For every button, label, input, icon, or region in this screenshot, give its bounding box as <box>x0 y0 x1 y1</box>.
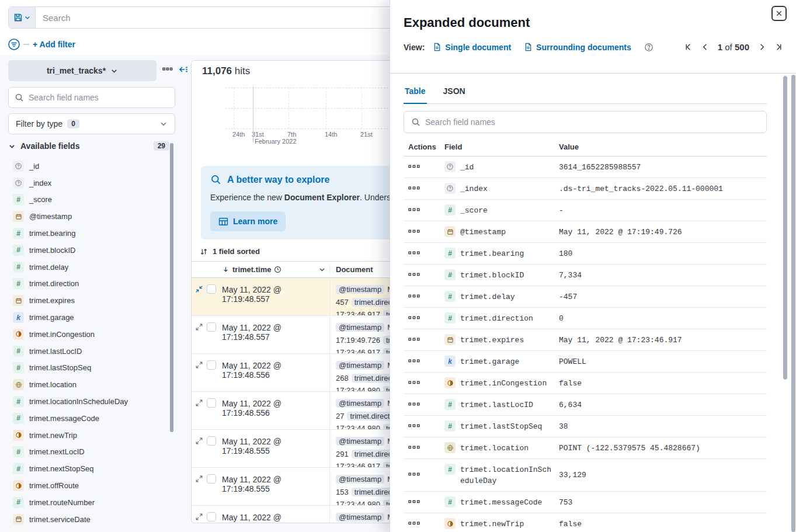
flyout-table-scrollbar[interactable] <box>783 76 787 380</box>
learn-more-button[interactable]: Learn more <box>210 211 286 231</box>
sidebar-field-trimet.bearing[interactable]: #trimet.bearing <box>8 225 169 242</box>
chevron-down-icon[interactable] <box>318 266 326 273</box>
minimize-document-icon[interactable] <box>195 285 203 315</box>
expand-document-icon[interactable] <box>195 361 203 391</box>
document-field-row: @timestampMay 11, 2022 @ 17:19:49.726 <box>404 221 767 243</box>
field-actions-icon[interactable] <box>408 520 420 527</box>
sidebar-field-trimet.direction[interactable]: #trimet.direction <box>8 276 169 293</box>
sidebar-field-trimet.serviceDate[interactable]: trimet.serviceDate <box>8 511 169 528</box>
field-actions-icon[interactable] <box>408 293 420 300</box>
sidebar-field-trimet.blockID[interactable]: #trimet.blockID <box>8 242 169 259</box>
flyout-scrollbar[interactable] <box>791 75 795 532</box>
filter-by-type-dropdown[interactable]: Filter by type 0 <box>8 113 175 134</box>
tab-json[interactable]: JSON <box>442 81 467 103</box>
expand-document-icon[interactable] <box>195 399 203 429</box>
sidebar-field-trimet.lastStopSeq[interactable]: #trimet.lastStopSeq <box>8 360 169 377</box>
field-value-text: 17:19:49.726 <box>336 336 380 345</box>
add-filter-button[interactable]: + Add filter <box>33 40 75 49</box>
callout-body-prefix: Experience the new <box>210 193 284 202</box>
sidebar-scrollbar[interactable] <box>170 143 173 432</box>
field-value-text: 17:23:44.980 <box>336 424 380 429</box>
sidebar-field-trimet.messageCode[interactable]: #trimet.messageCode <box>8 410 169 427</box>
clock-icon <box>274 266 281 273</box>
row-checkbox[interactable] <box>207 322 216 332</box>
sidebar-field-_id[interactable]: _id <box>8 158 169 175</box>
sidebar-field-trimet.expires[interactable]: trimet.expires <box>8 292 169 309</box>
field-actions-icon[interactable] <box>408 498 420 505</box>
field-name-label: _id <box>29 162 39 171</box>
field-actions-icon[interactable] <box>408 249 420 256</box>
fields-sidebar: tri_met_tracks* <box>0 55 183 532</box>
field-actions-icon[interactable] <box>408 314 420 321</box>
field-name: trimet.inCongestion <box>460 377 547 389</box>
field-actions-icon[interactable] <box>408 336 420 343</box>
question-field-type-icon <box>13 178 24 189</box>
next-page-icon[interactable] <box>757 43 766 51</box>
date-field-type-icon <box>444 334 456 345</box>
document-field-row: #trimet.locationInScheduleDay33,129 <box>404 459 767 492</box>
row-checkbox[interactable] <box>207 284 216 294</box>
field-actions-icon[interactable] <box>408 206 420 213</box>
row-checkbox[interactable] <box>207 436 216 446</box>
filter-options-icon[interactable] <box>7 37 21 51</box>
sidebar-field-trimet.delay[interactable]: #trimet.delay <box>8 259 169 276</box>
help-icon[interactable] <box>644 43 654 52</box>
boolean-field-type-icon <box>444 518 456 529</box>
expand-document-icon[interactable] <box>195 475 203 505</box>
last-page-icon[interactable] <box>774 43 783 51</box>
field-actions-icon[interactable] <box>408 357 420 364</box>
collapse-sidebar-icon[interactable] <box>178 65 189 74</box>
sidebar-field-trimet.newTrip[interactable]: trimet.newTrip <box>8 427 169 444</box>
tab-table[interactable]: Table <box>404 81 427 104</box>
field-actions-icon[interactable] <box>408 422 420 429</box>
field-actions-icon[interactable] <box>408 444 420 451</box>
field-name-label: trimet.inCongestion <box>29 330 95 339</box>
sidebar-field-@timestamp[interactable]: @timestamp <box>8 208 169 225</box>
field-actions-icon[interactable] <box>408 228 420 235</box>
sidebar-field-trimet.locationInScheduleDay[interactable]: #trimet.locationInScheduleDay <box>8 393 169 410</box>
sidebar-field-_score[interactable]: #_score <box>8 192 169 208</box>
field-name-label: trimet.locationInScheduleDay <box>29 397 128 406</box>
expand-document-icon[interactable] <box>195 513 203 523</box>
field-actions-icon[interactable] <box>408 471 420 478</box>
sidebar-field-trimet.location[interactable]: trimet.location <box>8 376 169 393</box>
available-fields-list: _id_index#_score@timestamp#trimet.bearin… <box>8 158 169 528</box>
field-actions-icon[interactable] <box>408 379 420 386</box>
sidebar-field-trimet.offRoute[interactable]: trimet.offRoute <box>8 477 169 494</box>
expand-document-icon[interactable] <box>195 323 203 353</box>
field-actions-icon[interactable] <box>408 185 420 192</box>
field-actions-icon[interactable] <box>408 271 420 278</box>
row-checkbox[interactable] <box>207 512 216 521</box>
sidebar-field-_index[interactable]: _index <box>8 175 169 192</box>
flyout-tabs: Table JSON <box>404 81 767 104</box>
sidebar-field-search-input[interactable] <box>29 93 169 102</box>
field-name-label: trimet.direction <box>29 279 79 288</box>
field-name-pill: trimet.directi <box>347 412 394 420</box>
document-field-row: #trimet.lastLocID6,634 <box>404 394 767 416</box>
sidebar-field-trimet.lastLocID[interactable]: #trimet.lastLocID <box>8 343 169 360</box>
row-checkbox[interactable] <box>207 398 216 408</box>
sidebar-field-trimet.nextStopSeq[interactable]: #trimet.nextStopSeq <box>8 460 169 477</box>
row-checkbox[interactable] <box>207 360 216 370</box>
single-document-link[interactable]: Single document <box>433 43 511 52</box>
field-filters-icon[interactable] <box>162 65 173 73</box>
sidebar-field-trimet.routeNumber[interactable]: #trimet.routeNumber <box>8 494 169 511</box>
number-field-type-icon: # <box>13 362 24 373</box>
field-name-pill: @timestamp <box>336 437 384 446</box>
previous-page-icon[interactable] <box>701 43 710 51</box>
first-page-icon[interactable] <box>684 43 693 51</box>
index-pattern-switcher[interactable]: tri_met_tracks* <box>8 60 157 81</box>
saved-query-menu-button[interactable] <box>9 7 36 28</box>
close-flyout-button[interactable] <box>771 6 787 21</box>
row-checkbox[interactable] <box>207 474 216 484</box>
available-fields-header[interactable]: Available fields 29 <box>8 141 169 151</box>
sidebar-field-trimet.garage[interactable]: ktrimet.garage <box>8 309 169 326</box>
sidebar-field-trimet.inCongestion[interactable]: trimet.inCongestion <box>8 326 169 343</box>
time-column-header[interactable]: trimet.time <box>220 265 329 274</box>
sidebar-field-trimet.nextLocID[interactable]: #trimet.nextLocID <box>8 444 169 461</box>
field-actions-icon[interactable] <box>408 401 420 408</box>
flyout-field-search-input[interactable] <box>425 117 759 127</box>
surrounding-documents-link[interactable]: Surrounding documents <box>524 43 631 52</box>
field-actions-icon[interactable] <box>408 163 420 170</box>
expand-document-icon[interactable] <box>195 437 203 467</box>
